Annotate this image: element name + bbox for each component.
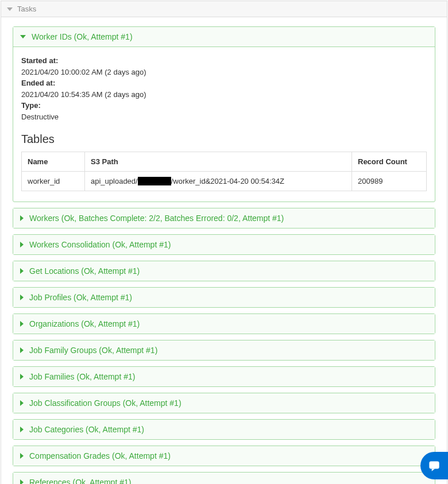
- task-header-workers[interactable]: Workers (Ok, Batches Complete: 2/2, Batc…: [13, 208, 435, 228]
- s3-path-post: /worker_id&2021-04-20 00:54:34Z: [171, 177, 284, 185]
- cell-record-count: 200989: [352, 172, 427, 191]
- task-panel-get-locations: Get Locations (Ok, Attempt #1): [13, 261, 435, 281]
- chat-launcher-button[interactable]: [420, 452, 448, 479]
- started-at-label: Started at:: [21, 55, 427, 67]
- tables-heading: Tables: [21, 133, 427, 146]
- task-panel-job-family-groups: Job Family Groups (Ok, Attempt #1): [13, 340, 435, 361]
- tasks-panel-header[interactable]: Tasks: [1, 1, 447, 17]
- task-panel-references: References (Ok, Attempt #1): [13, 472, 435, 484]
- chevron-right-icon: [20, 347, 24, 353]
- task-header-workers-consolidation[interactable]: Workers Consolidation (Ok, Attempt #1): [13, 235, 435, 254]
- redacted-block: [138, 177, 171, 185]
- task-panel-job-profiles: Job Profiles (Ok, Attempt #1): [13, 287, 435, 308]
- chevron-right-icon: [20, 374, 24, 380]
- task-title: Organizations (Ok, Attempt #1): [29, 319, 140, 328]
- started-at-value: 2021/04/20 10:00:02 AM (2 days ago): [21, 67, 427, 78]
- task-panel-worker-ids: Worker IDs (Ok, Attempt #1) Started at: …: [13, 26, 435, 202]
- chevron-right-icon: [20, 268, 24, 274]
- task-title: Worker IDs (Ok, Attempt #1): [32, 32, 133, 41]
- task-details: Started at: 2021/04/20 10:00:02 AM (2 da…: [21, 55, 427, 122]
- type-label: Type:: [21, 100, 427, 111]
- chevron-right-icon: [20, 453, 24, 459]
- col-name: Name: [22, 152, 85, 172]
- task-title: Job Categories (Ok, Attempt #1): [29, 425, 144, 434]
- tasks-panel-title: Tasks: [17, 5, 36, 13]
- task-header-compensation-grades[interactable]: Compensation Grades (Ok, Attempt #1): [13, 446, 435, 466]
- chevron-right-icon: [20, 427, 24, 432]
- task-panel-workers-consolidation: Workers Consolidation (Ok, Attempt #1): [13, 234, 435, 255]
- chat-icon: [427, 458, 442, 473]
- task-panel-organizations: Organizations (Ok, Attempt #1): [13, 313, 435, 334]
- task-header-job-profiles[interactable]: Job Profiles (Ok, Attempt #1): [13, 288, 435, 307]
- chevron-right-icon: [20, 400, 24, 406]
- task-header-organizations[interactable]: Organizations (Ok, Attempt #1): [13, 314, 435, 334]
- tables-table: Name S3 Path Record Count worker_id api_…: [21, 152, 427, 191]
- chevron-right-icon: [20, 242, 24, 247]
- chevron-right-icon: [20, 295, 24, 300]
- chevron-right-icon: [20, 215, 24, 221]
- task-header-references[interactable]: References (Ok, Attempt #1): [13, 473, 435, 484]
- ended-at-label: Ended at:: [21, 78, 427, 89]
- chevron-down-icon: [20, 35, 26, 38]
- tasks-panel: Tasks Worker IDs (Ok, Attempt #1) Starte…: [1, 1, 447, 484]
- ended-at-value: 2021/04/20 10:54:35 AM (2 days ago): [21, 89, 427, 100]
- task-title: Job Families (Ok, Attempt #1): [29, 372, 135, 381]
- chevron-down-icon: [7, 7, 13, 11]
- chevron-right-icon: [20, 479, 24, 484]
- task-title: Job Profiles (Ok, Attempt #1): [29, 293, 132, 302]
- task-header-job-classification-groups[interactable]: Job Classification Groups (Ok, Attempt #…: [13, 393, 435, 413]
- task-header-job-categories[interactable]: Job Categories (Ok, Attempt #1): [13, 420, 435, 439]
- task-title: References (Ok, Attempt #1): [29, 478, 131, 484]
- cell-s3-path: api_uploaded/ /worker_id&2021-04-20 00:5…: [85, 172, 352, 191]
- table-header-row: Name S3 Path Record Count: [22, 152, 427, 172]
- type-value: Destructive: [21, 111, 427, 123]
- task-title: Compensation Grades (Ok, Attempt #1): [29, 451, 171, 460]
- table-row: worker_id api_uploaded/ /worker_id&2021-…: [22, 172, 427, 191]
- tasks-panel-body: Worker IDs (Ok, Attempt #1) Started at: …: [1, 17, 447, 484]
- col-s3-path: S3 Path: [85, 152, 352, 172]
- task-body-worker-ids: Started at: 2021/04/20 10:00:02 AM (2 da…: [13, 47, 435, 202]
- chevron-right-icon: [20, 321, 24, 327]
- task-title: Workers Consolidation (Ok, Attempt #1): [29, 240, 171, 249]
- task-header-job-family-groups[interactable]: Job Family Groups (Ok, Attempt #1): [13, 340, 435, 360]
- task-panel-workers: Workers (Ok, Batches Complete: 2/2, Batc…: [13, 208, 435, 229]
- task-panel-compensation-grades: Compensation Grades (Ok, Attempt #1): [13, 446, 435, 466]
- task-title: Workers (Ok, Batches Complete: 2/2, Batc…: [29, 214, 284, 223]
- task-panel-job-classification-groups: Job Classification Groups (Ok, Attempt #…: [13, 393, 435, 413]
- task-header-get-locations[interactable]: Get Locations (Ok, Attempt #1): [13, 261, 435, 281]
- task-panel-job-families: Job Families (Ok, Attempt #1): [13, 366, 435, 387]
- task-title: Job Family Groups (Ok, Attempt #1): [29, 346, 157, 355]
- task-header-job-families[interactable]: Job Families (Ok, Attempt #1): [13, 367, 435, 386]
- col-record-count: Record Count: [352, 152, 427, 172]
- s3-path-pre: api_uploaded/: [91, 177, 138, 185]
- task-header-worker-ids[interactable]: Worker IDs (Ok, Attempt #1): [13, 27, 435, 47]
- cell-name: worker_id: [22, 172, 85, 191]
- task-panel-job-categories: Job Categories (Ok, Attempt #1): [13, 419, 435, 440]
- task-title: Get Locations (Ok, Attempt #1): [29, 266, 140, 276]
- task-title: Job Classification Groups (Ok, Attempt #…: [29, 398, 181, 408]
- svg-rect-0: [429, 461, 439, 468]
